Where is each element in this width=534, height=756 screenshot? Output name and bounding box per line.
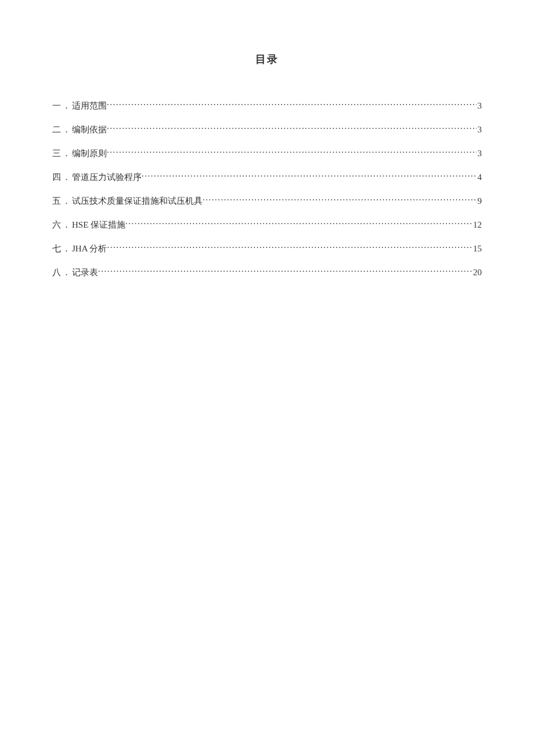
toc-heading: 目录 bbox=[52, 52, 482, 66]
toc-entry-page: 3 bbox=[477, 147, 482, 160]
toc-entry[interactable]: 二 ． 编制依据 3 bbox=[52, 124, 482, 136]
toc-entry-separator: ． bbox=[61, 267, 72, 279]
toc-entry-number: 二 bbox=[52, 124, 61, 136]
toc-entry-number: 六 bbox=[52, 219, 61, 231]
toc-entry-page: 4 bbox=[477, 171, 482, 183]
toc-entry[interactable]: 八 ． 记录表 20 bbox=[52, 267, 482, 279]
toc-entry[interactable]: 五 ． 试压技术质量保证措施和试压机具 9 bbox=[52, 195, 482, 207]
toc-entry-dots bbox=[98, 267, 472, 275]
toc-entry-page: 3 bbox=[477, 100, 482, 112]
toc-entry-page: 12 bbox=[472, 219, 482, 231]
toc-entry-number: 一 bbox=[52, 100, 61, 112]
toc-entry-dots bbox=[203, 195, 477, 204]
toc-entry-number: 五 bbox=[52, 195, 61, 207]
toc-entry-dots bbox=[107, 243, 472, 251]
toc-entry[interactable]: 三 ． 编制原则 3 bbox=[52, 147, 482, 160]
toc-entry-number: 三 bbox=[52, 147, 61, 160]
toc-entry-number: 四 bbox=[52, 171, 61, 183]
toc-entry-separator: ． bbox=[61, 147, 72, 160]
toc-entry-title: 编制原则 bbox=[72, 147, 107, 160]
toc-entry-number: 七 bbox=[52, 243, 61, 255]
toc-entry-dots bbox=[107, 147, 477, 156]
toc-entry-page: 3 bbox=[477, 124, 482, 136]
toc-entry-title: JHA 分析 bbox=[72, 243, 107, 255]
toc-entry-dots bbox=[107, 124, 477, 132]
toc-entry-separator: ． bbox=[61, 171, 72, 183]
toc-entry-page: 15 bbox=[472, 243, 482, 255]
toc-entry-dots bbox=[125, 219, 472, 228]
toc-entry[interactable]: 七 ． JHA 分析 15 bbox=[52, 243, 482, 255]
toc-entry-title: 记录表 bbox=[72, 267, 98, 279]
toc-entry[interactable]: 四 ． 管道压力试验程序 4 bbox=[52, 171, 482, 183]
toc-entry-dots bbox=[142, 171, 477, 180]
table-of-contents: 一 ． 适用范围 3 二 ． 编制依据 3 三 ． 编制原则 3 四 ． 管道压… bbox=[52, 100, 482, 279]
toc-entry-separator: ． bbox=[61, 243, 72, 255]
toc-entry-dots bbox=[107, 100, 477, 109]
toc-entry-separator: ． bbox=[61, 219, 72, 231]
toc-entry-page: 9 bbox=[477, 195, 482, 207]
toc-entry-separator: ． bbox=[61, 100, 72, 112]
toc-entry-title: 编制依据 bbox=[72, 124, 107, 136]
toc-entry-page: 20 bbox=[472, 267, 482, 279]
toc-entry-separator: ． bbox=[61, 124, 72, 136]
toc-entry-separator: ． bbox=[61, 195, 72, 207]
document-page: 目录 一 ． 适用范围 3 二 ． 编制依据 3 三 ． 编制原则 3 四 ． … bbox=[0, 0, 534, 279]
toc-entry-title: 适用范围 bbox=[72, 100, 107, 112]
toc-entry[interactable]: 一 ． 适用范围 3 bbox=[52, 100, 482, 112]
toc-entry-title: 试压技术质量保证措施和试压机具 bbox=[72, 195, 203, 207]
toc-entry-number: 八 bbox=[52, 267, 61, 279]
toc-entry-title: 管道压力试验程序 bbox=[72, 171, 142, 183]
toc-entry[interactable]: 六 ． HSE 保证措施 12 bbox=[52, 219, 482, 231]
toc-entry-title: HSE 保证措施 bbox=[72, 219, 125, 231]
